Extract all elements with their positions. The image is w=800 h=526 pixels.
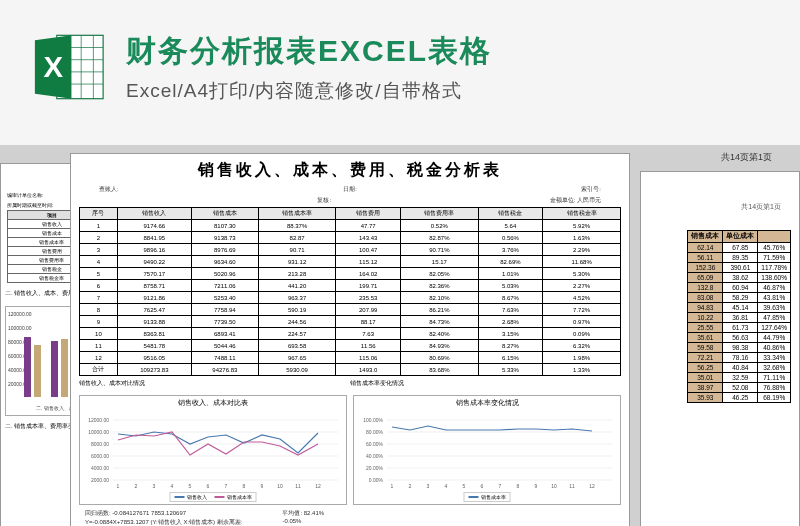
svg-text:4: 4 xyxy=(171,483,174,489)
cell: 244.56 xyxy=(258,316,336,328)
cell: 82.69% xyxy=(478,256,542,268)
line-chart-svg: 12000.00 10000.00 8000.00 6000.00 4000.0… xyxy=(80,410,346,492)
svg-text:X: X xyxy=(43,51,63,83)
svg-text:10000.00: 10000.00 xyxy=(88,429,109,435)
cell: 7 xyxy=(80,292,118,304)
meta-field: 金额单位: 人民币元 xyxy=(550,196,601,205)
cell: 61.73 xyxy=(723,323,758,333)
cell: 590.19 xyxy=(258,304,336,316)
cell: 115.12 xyxy=(336,256,400,268)
cell: 5044.46 xyxy=(191,340,258,352)
chart-legend: 销售成本率 xyxy=(464,492,511,502)
cell: 5 xyxy=(80,268,118,280)
svg-text:4000.00: 4000.00 xyxy=(91,465,109,471)
cell: 8107.30 xyxy=(191,220,258,232)
cell: 68.19% xyxy=(758,393,791,403)
th: 销售成本 xyxy=(191,208,258,220)
th: 销售费用率 xyxy=(400,208,478,220)
cell: 65.09 xyxy=(688,273,723,283)
cell: 100.47 xyxy=(336,244,400,256)
cell: 89.35 xyxy=(723,253,758,263)
legend-label: 销售成本率 xyxy=(481,494,506,500)
cell: 82.36% xyxy=(400,280,478,292)
cell: 109273.83 xyxy=(117,364,191,376)
main-data-table: 序号 销售收入 销售成本 销售成本率 销售费用 销售费用率 销售税金 销售税金率… xyxy=(79,207,621,376)
cell: 71.11% xyxy=(758,373,791,383)
cell: 10.22 xyxy=(688,313,723,323)
side-th xyxy=(758,231,791,243)
value: 82.41% xyxy=(304,510,324,516)
svg-text:10: 10 xyxy=(551,483,557,489)
cell: 9490.22 xyxy=(117,256,191,268)
cell: 82.87 xyxy=(258,232,336,244)
document-stack: 共14页第1页 销售成本单位成本 62.1467.8545.76% 56.118… xyxy=(0,153,800,526)
cell: 4 xyxy=(80,256,118,268)
cell: 9174.66 xyxy=(117,220,191,232)
chart-legend: 销售收入 销售成本率 xyxy=(170,492,257,502)
label: 回归函数: xyxy=(85,510,111,516)
cell: 12 xyxy=(80,352,118,364)
th: 销售费用 xyxy=(336,208,400,220)
cell: 15.17 xyxy=(400,256,478,268)
svg-text:5: 5 xyxy=(463,483,466,489)
legend-label: 销售收入 xyxy=(187,494,207,500)
svg-text:12000.00: 12000.00 xyxy=(88,417,109,423)
label: 剩余离差: xyxy=(217,519,243,525)
cell: 9121.86 xyxy=(117,292,191,304)
cell: 1 xyxy=(80,220,118,232)
cell: 693.58 xyxy=(258,340,336,352)
cell: 94.83 xyxy=(688,303,723,313)
svg-text:60.00%: 60.00% xyxy=(366,441,384,447)
cell: 5020.96 xyxy=(191,268,258,280)
cell: 9896.16 xyxy=(117,244,191,256)
cell: 5.92% xyxy=(543,220,621,232)
cell: 4.52% xyxy=(543,292,621,304)
cell: 8758.71 xyxy=(117,280,191,292)
svg-text:6000.00: 6000.00 xyxy=(91,453,109,459)
cell: 143.43 xyxy=(336,232,400,244)
svg-text:8000.00: 8000.00 xyxy=(91,441,109,447)
cell: 6.15% xyxy=(478,352,542,364)
cell: 46.87% xyxy=(758,283,791,293)
cell: 0.09% xyxy=(543,328,621,340)
cell: 2.27% xyxy=(543,280,621,292)
cell: 6893.41 xyxy=(191,328,258,340)
cell: 5930.09 xyxy=(258,364,336,376)
cell-total: 合计 xyxy=(80,364,118,376)
cell: 9634.60 xyxy=(191,256,258,268)
cell: 115.06 xyxy=(336,352,400,364)
page-indicator-2: 共14页第1页 xyxy=(741,202,781,212)
side-data-table: 销售成本单位成本 62.1467.8545.76% 56.1189.3571.5… xyxy=(687,230,791,403)
charts-row: 销售收入、成本对比表 12000.00 10000.00 8000.00 600… xyxy=(79,395,621,505)
svg-text:11: 11 xyxy=(295,483,301,489)
cell: 86.21% xyxy=(400,304,478,316)
cell: 7.63 xyxy=(336,328,400,340)
value: Y=-0.0884X+7853.1207 (Y:销售收入 X:销售成本) xyxy=(85,519,215,525)
cell: 47.85% xyxy=(758,313,791,323)
cell: 82.87% xyxy=(400,232,478,244)
cell: 83.68% xyxy=(400,364,478,376)
cell: 5481.78 xyxy=(117,340,191,352)
cell: 40.86% xyxy=(758,343,791,353)
cell: 52.08 xyxy=(723,383,758,393)
document-main: 销售收入、成本、费用、税金分析表 查账人: 日期: 索引号: 复核: 金额单位:… xyxy=(70,153,630,526)
cell: 45.14 xyxy=(723,303,758,313)
chart-section-label: 销售成本率变化情况 xyxy=(350,379,621,388)
excel-app-icon: X xyxy=(30,28,108,106)
document-back-right: 共14页第1页 销售成本单位成本 62.1467.8545.76% 56.118… xyxy=(640,171,800,526)
side-th: 销售成本 xyxy=(688,231,723,243)
cell: 1.63% xyxy=(543,232,621,244)
cell: 78.16 xyxy=(723,353,758,363)
cell: 10 xyxy=(80,328,118,340)
document-title: 销售收入、成本、费用、税金分析表 xyxy=(79,160,621,181)
cell: 0.52% xyxy=(400,220,478,232)
meta-field: 索引号: xyxy=(581,185,601,194)
cell: 9133.88 xyxy=(117,316,191,328)
cell: 7739.50 xyxy=(191,316,258,328)
cell: 7.72% xyxy=(543,304,621,316)
cell: 35.61 xyxy=(688,333,723,343)
svg-text:8: 8 xyxy=(243,483,246,489)
document-meta-row: 查账人: 日期: 索引号: xyxy=(79,185,621,194)
cell: 8.67% xyxy=(478,292,542,304)
cell: 72.21 xyxy=(688,353,723,363)
